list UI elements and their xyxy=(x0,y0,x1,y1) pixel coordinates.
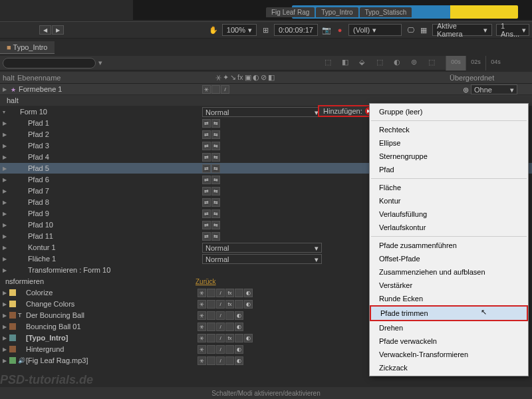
expand-icon[interactable]: ▶ xyxy=(3,132,9,138)
expand-icon[interactable]: ▶ xyxy=(3,211,9,217)
expand-icon[interactable]: ▶ xyxy=(3,256,9,262)
search-input[interactable] xyxy=(3,58,96,68)
scroll-right-icon[interactable]: ▶ xyxy=(52,25,64,35)
overlay-icon[interactable]: ⊚ xyxy=(411,58,422,68)
expand-icon[interactable]: ▶ xyxy=(3,358,9,364)
expand-icon[interactable]: ▶ xyxy=(3,313,9,319)
menu-item[interactable]: Verstärker xyxy=(370,279,528,292)
expand-icon[interactable]: ▶ xyxy=(3,120,9,126)
expand-icon[interactable]: ▶ xyxy=(3,86,9,92)
grid-icon[interactable]: ⊞ xyxy=(261,25,270,35)
expand-icon[interactable]: ▶ xyxy=(3,245,9,251)
blend-mode-dropdown[interactable]: Normal▾ xyxy=(202,254,322,264)
col-parent-header[interactable]: Übergeordnet xyxy=(450,74,529,82)
menu-item[interactable]: Pfade verwackeln xyxy=(370,334,528,348)
blur-icon[interactable]: ⬚ xyxy=(376,58,387,68)
timeline-tool-icons: ⬚ ◧ ⬙ ⬚ ◐ ⊚ ⬚ xyxy=(325,58,439,68)
expand-icon[interactable]: ▶ xyxy=(3,200,9,205)
column-headers: halt Ebenenname ⚹✦↘fx▣◐⊘◧ Übergeordnet xyxy=(0,72,532,84)
expand-icon[interactable]: ▾ xyxy=(3,109,9,115)
comp-tabs: Fig Leaf Rag Typo_Intro Typo_Statisch xyxy=(266,7,412,17)
footer-hint[interactable]: Schalter/Modi aktivieren/deaktivieren xyxy=(0,387,532,399)
menu-item[interactable]: Pfad xyxy=(370,163,528,176)
expand-icon[interactable]: ▶ xyxy=(3,301,9,307)
expand-icon[interactable]: ▶ xyxy=(3,290,9,296)
graph-icon[interactable]: ⬚ xyxy=(325,58,335,68)
menu-item[interactable]: Zusammenziehen und aufblasen xyxy=(370,265,528,279)
blend-mode-dropdown[interactable]: Normal▾ xyxy=(202,107,322,117)
views-dropdown[interactable]: 1 Ans...▾ xyxy=(496,24,529,36)
menu-item[interactable]: Pfade trimmen↖ xyxy=(370,305,528,321)
col-name-header[interactable]: Ebenenname xyxy=(9,74,215,82)
menu-item[interactable]: Verlaufskontur xyxy=(370,221,528,234)
scroll-left-icon[interactable]: ◀ xyxy=(39,25,51,35)
monitor-icon[interactable]: 🖵 xyxy=(406,25,415,35)
cube-icon[interactable]: ◧ xyxy=(342,58,352,68)
brain-icon[interactable]: ⬚ xyxy=(428,58,439,68)
time-mark-2[interactable]: 04s xyxy=(485,56,505,70)
guides-icon[interactable]: ▦ xyxy=(419,25,428,35)
snapshot-icon[interactable]: 📷 xyxy=(322,25,331,35)
expand-icon[interactable]: ▶ xyxy=(3,324,9,330)
expand-icon[interactable]: ▶ xyxy=(3,346,9,352)
hand-icon[interactable]: ✋ xyxy=(209,25,218,35)
expand-icon[interactable]: ▶ xyxy=(3,188,9,194)
parent-dropdown[interactable]: Ohne▾ xyxy=(471,84,517,94)
expand-icon[interactable]: ▶ xyxy=(3,267,9,273)
expand-icon[interactable]: ▶ xyxy=(3,154,9,160)
menu-item[interactable]: Kontur xyxy=(370,194,528,207)
expand-icon[interactable]: ▶ xyxy=(3,222,9,228)
menu-item[interactable]: Fläche xyxy=(370,181,528,194)
quality-dropdown[interactable]: (Voll)▾ xyxy=(348,24,402,36)
expand-icon[interactable]: ▶ xyxy=(3,166,9,172)
reset-link[interactable]: Zurück xyxy=(196,278,216,285)
expand-icon[interactable]: ▶ xyxy=(3,233,9,239)
time-mark-1[interactable]: 02s xyxy=(466,56,485,70)
watermark: PSD-tutorials.de xyxy=(0,373,93,387)
search-dropdown-icon[interactable]: ▾ xyxy=(98,59,102,67)
expand-icon[interactable]: ▶ xyxy=(3,143,9,149)
time-mark-0[interactable]: 00s xyxy=(446,56,466,70)
menu-item[interactable]: Zickzack xyxy=(370,361,528,374)
expand-icon[interactable]: ▶ xyxy=(3,335,9,341)
menu-item[interactable]: Pfade zusammenführen xyxy=(370,239,528,252)
col-switches-header: ⚹✦↘fx▣◐⊘◧ xyxy=(215,73,362,82)
add-context-menu: Gruppe (leer) RechteckEllipseSternengrup… xyxy=(369,103,529,376)
preview-strip: Fig Leaf Rag Typo_Intro Typo_Statisch xyxy=(133,0,532,20)
menu-item[interactable]: Gruppe (leer) xyxy=(370,105,528,118)
shy-icon[interactable]: ⬙ xyxy=(359,58,370,68)
tab-1[interactable]: Fig Leaf Rag xyxy=(266,7,315,17)
menu-item[interactable]: Offset-Pfade xyxy=(370,252,528,265)
expand-icon[interactable]: ▶ xyxy=(3,177,9,183)
menu-item[interactable]: Rechteck xyxy=(370,123,528,136)
menu-item[interactable]: Ellipse xyxy=(370,136,528,150)
tab-3[interactable]: Typo_Statisch xyxy=(360,7,412,17)
viewer-controls: ◀ ▶ ✋ 100%▾ ⊞ 0:00:09:17 📷 ● (Voll)▾ 🖵 ▦… xyxy=(0,21,532,39)
mb-icon[interactable]: ◐ xyxy=(394,58,404,68)
timecode[interactable]: 0:00:09:17 xyxy=(274,24,318,36)
menu-item[interactable]: Verlaufsfüllung xyxy=(370,207,528,221)
layer-formebene[interactable]: ▶ Formebene 1 ⚹/ ⊚ Ohne▾ xyxy=(0,84,532,95)
timeline-ruler[interactable]: 00s 02s 04s xyxy=(446,56,532,70)
zoom-dropdown[interactable]: 100%▾ xyxy=(222,24,257,36)
tab-2[interactable]: Typo_Intro xyxy=(316,7,358,17)
channel-icon[interactable]: ● xyxy=(335,25,344,35)
link-icon[interactable]: ⊚ xyxy=(463,86,469,94)
blend-mode-dropdown[interactable]: Normal▾ xyxy=(202,243,322,253)
composition-tab[interactable]: ■ Typo_Intro xyxy=(0,41,55,54)
menu-item[interactable]: Drehen xyxy=(370,321,528,334)
menu-item[interactable]: Sternengruppe xyxy=(370,150,528,163)
menu-item[interactable]: Verwackeln-Transformieren xyxy=(370,348,528,361)
camera-dropdown[interactable]: Aktive Kamera▾ xyxy=(432,24,492,36)
menu-item[interactable]: Runde Ecken xyxy=(370,292,528,305)
